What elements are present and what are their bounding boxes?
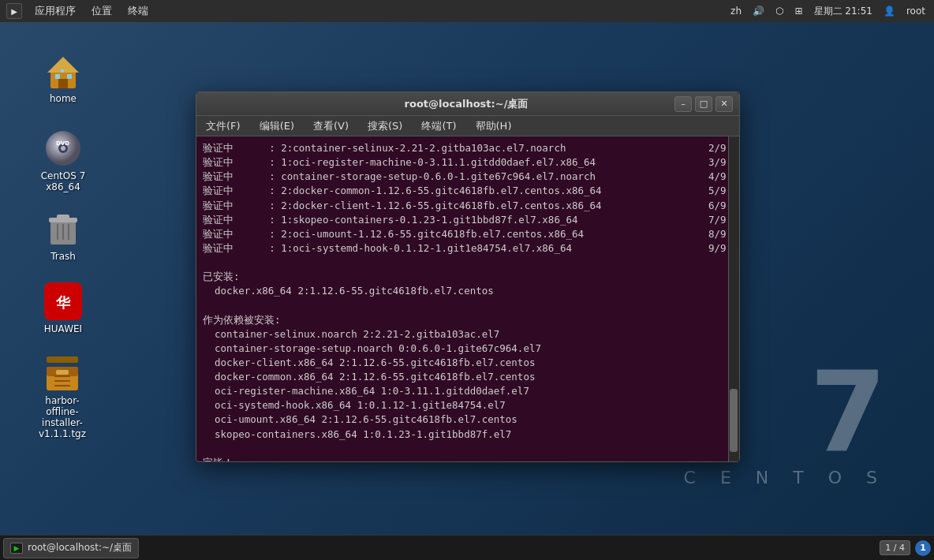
terminal-content[interactable]: 验证中 : 2:container-selinux-2.21-2.gitba10… — [196, 136, 728, 461]
dvd-icon-svg: DVD — [44, 129, 82, 167]
taskbar-notification[interactable]: 1 — [915, 540, 931, 556]
svg-rect-21 — [47, 357, 78, 363]
lang-indicator[interactable]: zh — [728, 6, 744, 17]
term-menu-help[interactable]: 帮助(H) — [473, 118, 515, 135]
centos-text: C E N T O S — [684, 468, 887, 487]
svg-text:华: 华 — [55, 294, 71, 311]
svg-rect-4 — [67, 74, 72, 79]
harbor-icon-image — [43, 354, 81, 392]
maximize-button[interactable]: □ — [695, 96, 712, 112]
harbor-icon-label: harbor-offline-installer-v1.1.1.tgz — [32, 395, 93, 439]
term-menu-edit[interactable]: 编辑(E) — [256, 118, 297, 135]
centos-dvd-icon-label: CentOS 7 x86_64 — [36, 170, 90, 192]
huawei-icon-label: HUAWEI — [44, 323, 82, 334]
huawei-icon-image: 华 — [44, 282, 82, 320]
svg-rect-5 — [55, 74, 60, 79]
menu-places[interactable]: 位置 — [88, 2, 115, 20]
terminal-title: root@localhost:~/桌面 — [258, 97, 674, 111]
top-bar-right: zh 🔊 ⬡ ⊞ 星期二 21:51 👤 root — [728, 5, 928, 18]
dvd-icon-image: DVD — [44, 129, 82, 167]
taskbar-window-title: root@localhost:~/桌面 — [28, 541, 132, 554]
desktop-icon-trash[interactable]: Trash — [32, 205, 95, 267]
svg-rect-3 — [61, 69, 64, 73]
svg-rect-20 — [56, 370, 69, 375]
svg-rect-2 — [58, 79, 68, 88]
term-menu-file[interactable]: 文件(F) — [203, 118, 244, 135]
home-icon-label: home — [50, 93, 77, 104]
minimize-button[interactable]: – — [674, 96, 692, 112]
home-icon-svg — [44, 52, 82, 90]
top-bar-left: ▶ 应用程序 位置 终端 — [6, 2, 151, 20]
desktop-icon-home[interactable]: home — [32, 47, 95, 109]
taskbar-terminal-icon: ▶ — [10, 543, 23, 554]
desktop-icon-centos-dvd[interactable]: DVD CentOS 7 x86_64 — [32, 125, 95, 197]
terminal-controls: – □ ✕ — [674, 96, 733, 112]
username: root — [904, 6, 928, 17]
huawei-icon-svg: 华 — [44, 282, 82, 320]
svg-text:DVD: DVD — [56, 140, 69, 147]
term-menu-search[interactable]: 搜索(S) — [364, 118, 405, 135]
trash-icon-svg — [46, 210, 80, 248]
terminal-scrollbar-thumb[interactable] — [730, 389, 738, 452]
terminal-body: 验证中 : 2:container-selinux-2.21-2.gitba10… — [196, 136, 739, 461]
desktop-icon-harbor[interactable]: harbor-offline-installer-v1.1.1.tgz — [27, 349, 98, 444]
harbor-icon-svg — [43, 354, 81, 392]
trash-icon-image — [44, 210, 82, 248]
taskbar: ▶ root@localhost:~/桌面 1 / 4 1 — [0, 535, 934, 560]
term-menu-view[interactable]: 查看(V) — [310, 118, 352, 135]
datetime: 星期二 21:51 — [812, 5, 875, 18]
audio-icon[interactable]: 🔊 — [750, 6, 767, 17]
taskbar-right: 1 / 4 1 — [880, 540, 931, 556]
desktop: home DVD CentOS 7 x86_64 — [0, 22, 934, 535]
terminal-scrollbar[interactable] — [728, 136, 739, 461]
terminal-menubar: 文件(F) 编辑(E) 查看(V) 搜索(S) 终端(T) 帮助(H) — [196, 116, 739, 136]
trash-icon-label: Trash — [50, 251, 76, 262]
desktop-icon-huawei[interactable]: 华 HUAWEI — [32, 278, 95, 339]
home-icon-image — [44, 52, 82, 90]
terminal-window: root@localhost:~/桌面 – □ ✕ 文件(F) 编辑(E) 查看… — [196, 91, 740, 462]
menu-terminal[interactable]: 终端 — [125, 2, 151, 20]
close-button[interactable]: ✕ — [715, 96, 733, 112]
taskbar-pager[interactable]: 1 / 4 — [880, 540, 910, 555]
terminal-titlebar[interactable]: root@localhost:~/桌面 – □ ✕ — [196, 92, 739, 116]
menu-apps[interactable]: 应用程序 — [32, 2, 79, 20]
bluetooth-icon[interactable]: ⬡ — [773, 6, 786, 17]
taskbar-terminal-item[interactable]: ▶ root@localhost:~/桌面 — [3, 538, 139, 558]
top-menubar: ▶ 应用程序 位置 终端 zh 🔊 ⬡ ⊞ 星期二 21:51 👤 root — [0, 0, 934, 22]
user-indicator: 👤 — [881, 6, 898, 17]
terminal-app-icon: ▶ — [6, 3, 22, 19]
network-icon[interactable]: ⊞ — [792, 6, 805, 17]
svg-rect-12 — [57, 215, 69, 219]
term-menu-terminal[interactable]: 终端(T) — [418, 118, 459, 135]
